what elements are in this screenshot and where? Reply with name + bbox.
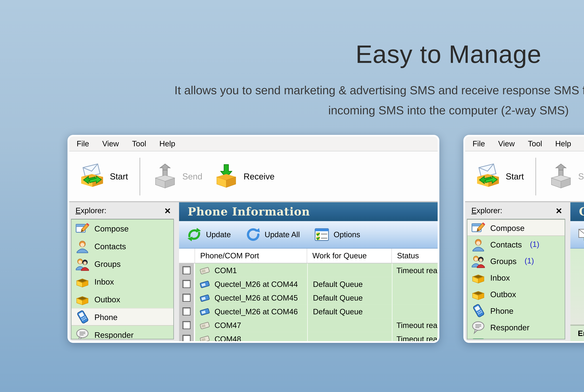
sidebar-item-outbox[interactable]: Outbox	[72, 290, 173, 308]
send-button[interactable]: Send	[542, 164, 584, 189]
sidebar-item-label: Compose	[490, 223, 524, 232]
menu-item-file[interactable]: File	[473, 140, 485, 148]
panel-title: Phone Information	[179, 202, 438, 221]
send-button[interactable]: Send	[146, 164, 207, 189]
sidebar-item-scheduler[interactable]: Scheduler	[467, 336, 565, 340]
table-row[interactable]: COM48 Timeout read	[179, 332, 438, 341]
send-icon	[151, 164, 178, 189]
explorer-title: Explorer:	[76, 206, 107, 215]
menu-item-tool[interactable]: Tool	[132, 140, 146, 148]
row-checkbox-cell	[179, 264, 194, 277]
update-button[interactable]: Update	[186, 227, 231, 242]
sidebar-item-label: Scheduler	[490, 339, 526, 340]
phone-information-window: File View Tool Help	[68, 135, 439, 343]
sidebar-item-groups[interactable]: Groups	[72, 255, 173, 272]
table-row[interactable]: Quectel_M26 at COM46 Default Queue	[179, 304, 438, 318]
sidebar-item-label: Phone	[490, 306, 513, 315]
sidebar-item-label: Compose	[94, 224, 129, 233]
receive-label: Receive	[243, 172, 274, 181]
contacts-count-badge: (1)	[530, 240, 539, 248]
phone-information-panel: Phone Information Update	[179, 202, 438, 341]
queue-label: Queue :	[570, 258, 584, 267]
receive-button[interactable]: Receive	[208, 164, 280, 189]
options-label: Options	[334, 230, 360, 239]
menu-item-file[interactable]: File	[77, 140, 89, 148]
row-checkbox-cell	[179, 291, 194, 304]
encoding-status: Encoding : UCS2 16-bit	[578, 329, 584, 338]
groups-icon	[471, 254, 485, 268]
page-subtitle-line1: It allows you to send marketing & advert…	[0, 80, 584, 100]
queue-row: Queue :	[570, 256, 584, 270]
sidebar-item-contacts[interactable]: Contacts (1)	[467, 236, 565, 252]
row-checkbox[interactable]	[182, 308, 190, 316]
sidebar-item-inbox[interactable]: Inbox	[467, 269, 565, 286]
page: Easy to Manage It allows you to send mar…	[0, 0, 584, 392]
contacts-icon	[76, 239, 89, 253]
table-header-port: Phone/COM Port	[195, 248, 307, 263]
update-all-icon	[245, 227, 260, 242]
responder-icon	[76, 328, 89, 340]
menu-item-help[interactable]: Help	[159, 140, 175, 148]
to-groups-row: To Groups:	[570, 296, 584, 310]
explorer-sidebar: Explorer: ✕	[465, 202, 568, 341]
menu-item-help[interactable]: Help	[555, 140, 571, 148]
row-checkbox[interactable]	[182, 294, 190, 302]
toolbar-separator	[139, 158, 140, 195]
row-checkbox[interactable]	[182, 266, 190, 274]
sidebar-item-outbox[interactable]: Outbox	[467, 286, 565, 302]
update-all-button[interactable]: Update All	[245, 227, 300, 242]
table-row[interactable]: Quectel_M26 at COM44 Default Queue	[179, 277, 438, 291]
subject-label: Subject:	[570, 318, 584, 324]
contacts-icon	[471, 238, 485, 251]
row-checkbox-cell	[179, 318, 194, 332]
sidebar-item-compose[interactable]: Compose	[467, 220, 565, 236]
row-checkbox-cell	[179, 277, 194, 291]
menu-item-view[interactable]: View	[102, 140, 119, 148]
send-icon	[547, 164, 574, 189]
send-label: Send	[182, 172, 202, 181]
table-row[interactable]: COM47 Timeout read	[179, 318, 438, 332]
sidebar-item-contacts[interactable]: Contacts	[72, 237, 173, 255]
sidebar-item-phone[interactable]: Phone	[72, 308, 173, 326]
table-row[interactable]: COM1 Timeout read	[179, 264, 438, 277]
send-to-outbox-button[interactable]: Send to Outbox	[578, 227, 584, 242]
sidebar-item-label: Inbox	[94, 277, 114, 286]
sidebar-item-phone[interactable]: Phone	[467, 302, 565, 319]
sidebar-item-compose[interactable]: Compose	[72, 220, 173, 237]
groups-icon	[76, 257, 89, 271]
table-row[interactable]: Quectel_M26 at COM45 Default Queue	[179, 291, 438, 304]
start-label: Start	[506, 172, 524, 181]
to-numbers-label: To Numbers:	[570, 278, 584, 287]
groups-count-badge: (1)	[524, 256, 534, 265]
sidebar-item-label: Phone	[94, 312, 118, 322]
sidebar-item-groups[interactable]: Groups (1)	[467, 252, 565, 269]
close-icon[interactable]: ✕	[555, 206, 563, 215]
menu-item-tool[interactable]: Tool	[528, 140, 542, 148]
start-label: Start	[110, 172, 128, 181]
sidebar-item-responder[interactable]: Responder	[467, 319, 565, 336]
window-content: Explorer: ✕	[69, 202, 438, 341]
explorer-list: Compose Contacts (1)	[467, 219, 565, 340]
inbox-icon	[471, 270, 485, 284]
row-checkbox[interactable]	[182, 321, 190, 329]
page-subtitle: It allows you to send marketing & advert…	[0, 80, 584, 120]
com-port-icon	[199, 264, 210, 276]
sidebar-item-label: Responder	[490, 322, 529, 332]
phone-icon	[471, 304, 485, 318]
table-header-queue: Work for Queue	[307, 248, 392, 263]
close-icon[interactable]: ✕	[164, 206, 172, 215]
phone-icon	[76, 310, 89, 324]
sidebar-item-inbox[interactable]: Inbox	[72, 272, 173, 290]
menu-bar: File View Tool Help	[69, 136, 438, 152]
start-button[interactable]: Start	[74, 164, 133, 189]
start-button[interactable]: Start	[470, 164, 529, 189]
table-header: Phone/COM Port Work for Queue Status	[179, 248, 438, 264]
options-button[interactable]: Options	[314, 227, 360, 242]
menu-item-view[interactable]: View	[498, 140, 515, 148]
update-all-label: Update All	[265, 230, 300, 239]
sidebar-item-responder[interactable]: Responder	[72, 326, 173, 340]
sidebar-item-label: Outbox	[490, 290, 516, 298]
row-checkbox[interactable]	[182, 335, 190, 341]
compose-sms-window: File View Tool Help	[463, 135, 584, 343]
row-checkbox[interactable]	[182, 280, 190, 288]
